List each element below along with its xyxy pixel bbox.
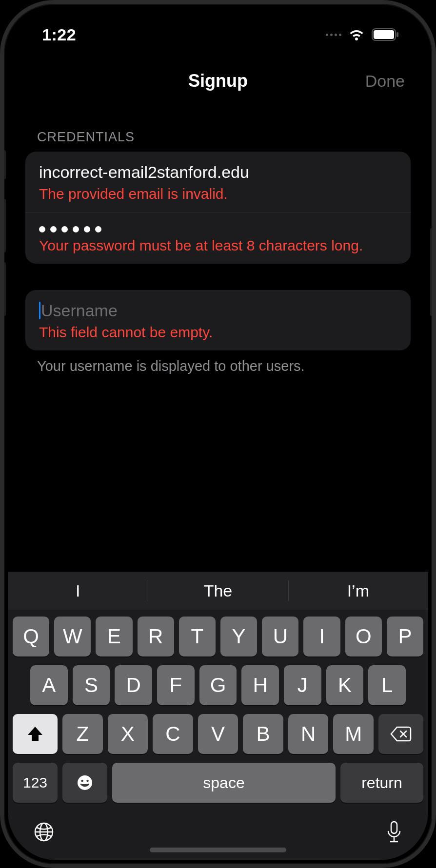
emoji-icon: [76, 774, 94, 791]
username-error: This field cannot be empty.: [39, 324, 397, 341]
globe-key[interactable]: [33, 821, 55, 845]
username-placeholder: Username: [41, 301, 118, 320]
side-button: [3, 150, 6, 179]
password-error: Your password must be at least 8 charact…: [39, 237, 397, 254]
keyboard-row-2: ASDFGHJKL: [13, 665, 423, 705]
mic-icon: [385, 820, 403, 844]
svg-rect-2: [396, 32, 398, 37]
key-r[interactable]: R: [138, 617, 174, 656]
key-o[interactable]: O: [345, 617, 382, 656]
shift-icon: [26, 726, 44, 742]
status-right: [326, 28, 399, 41]
suggestion-3[interactable]: I’m: [288, 572, 428, 610]
key-s[interactable]: S: [73, 665, 110, 705]
key-f[interactable]: F: [157, 665, 195, 705]
username-group: Username This field cannot be empty.: [25, 290, 411, 350]
svg-rect-9: [391, 822, 397, 833]
key-v[interactable]: V: [198, 714, 238, 754]
backspace-key[interactable]: [378, 714, 423, 754]
battery-icon: [372, 28, 399, 41]
keyboard-bottom: [8, 811, 428, 846]
keyboard-row-3: ZXCVBNM: [13, 714, 423, 754]
key-a[interactable]: A: [30, 665, 68, 705]
cellular-dots-icon: [326, 34, 341, 36]
password-row[interactable]: Your password must be at least 8 charact…: [25, 212, 411, 264]
globe-icon: [33, 821, 55, 843]
svg-point-5: [86, 780, 88, 782]
return-key[interactable]: return: [340, 763, 423, 803]
status-bar: 1:22: [8, 8, 428, 61]
key-c[interactable]: C: [153, 714, 193, 754]
done-button[interactable]: Done: [365, 72, 405, 91]
key-n[interactable]: N: [288, 714, 329, 754]
home-indicator[interactable]: [150, 848, 286, 852]
volume-up-button: [3, 199, 6, 252]
password-field[interactable]: [39, 223, 397, 233]
keyboard-suggestions: I The I’m: [8, 572, 428, 610]
username-row[interactable]: Username This field cannot be empty.: [25, 290, 411, 350]
keyboard-row-1: QWERTYUIOP: [13, 617, 423, 656]
keyboard-row-4: 123 space return: [13, 763, 423, 803]
keyboard: I The I’m QWERTYUIOP ASDFGHJKL ZXCVBNM: [8, 572, 428, 860]
username-footer: Your username is displayed to other user…: [37, 358, 411, 374]
key-e[interactable]: E: [96, 617, 132, 656]
volume-down-button: [3, 262, 6, 316]
status-time: 1:22: [42, 25, 76, 44]
svg-point-3: [78, 775, 92, 790]
svg-rect-1: [374, 30, 394, 39]
key-k[interactable]: K: [326, 665, 364, 705]
emoji-key[interactable]: [62, 763, 107, 803]
key-d[interactable]: D: [115, 665, 152, 705]
key-q[interactable]: Q: [13, 617, 49, 656]
key-w[interactable]: W: [54, 617, 91, 656]
credentials-section-header: CREDENTIALS: [37, 130, 411, 145]
suggestion-1[interactable]: I: [8, 572, 148, 610]
key-g[interactable]: G: [199, 665, 237, 705]
key-u[interactable]: U: [262, 617, 298, 656]
key-b[interactable]: B: [243, 714, 283, 754]
suggestion-2[interactable]: The: [148, 572, 288, 610]
key-p[interactable]: P: [387, 617, 423, 656]
email-field[interactable]: incorrect-email2stanford.edu: [39, 162, 397, 182]
backspace-icon: [390, 726, 412, 742]
key-i[interactable]: I: [303, 617, 340, 656]
form-content: CREDENTIALS incorrect-email2stanford.edu…: [8, 100, 428, 572]
space-key[interactable]: space: [112, 763, 336, 803]
wifi-icon: [348, 29, 365, 40]
key-x[interactable]: X: [108, 714, 148, 754]
key-j[interactable]: J: [284, 665, 321, 705]
screen: 1:22: [8, 8, 428, 860]
email-error: The provided email is invalid.: [39, 186, 397, 202]
credentials-group: incorrect-email2stanford.edu The provide…: [25, 152, 411, 264]
nav-bar: Signup Done: [8, 61, 428, 100]
power-button: [430, 228, 433, 316]
dictation-key[interactable]: [385, 820, 403, 846]
device-frame: 1:22: [0, 0, 436, 868]
key-z[interactable]: Z: [62, 714, 103, 754]
page-title: Signup: [188, 71, 248, 91]
key-t[interactable]: T: [179, 617, 216, 656]
shift-key[interactable]: [13, 714, 58, 754]
email-row[interactable]: incorrect-email2stanford.edu The provide…: [25, 152, 411, 212]
svg-point-4: [81, 780, 83, 782]
key-l[interactable]: L: [368, 665, 406, 705]
key-y[interactable]: Y: [220, 617, 257, 656]
key-m[interactable]: M: [333, 714, 374, 754]
username-field[interactable]: Username: [39, 301, 397, 320]
key-h[interactable]: H: [241, 665, 279, 705]
text-caret: [39, 302, 40, 319]
numbers-key[interactable]: 123: [13, 763, 58, 803]
